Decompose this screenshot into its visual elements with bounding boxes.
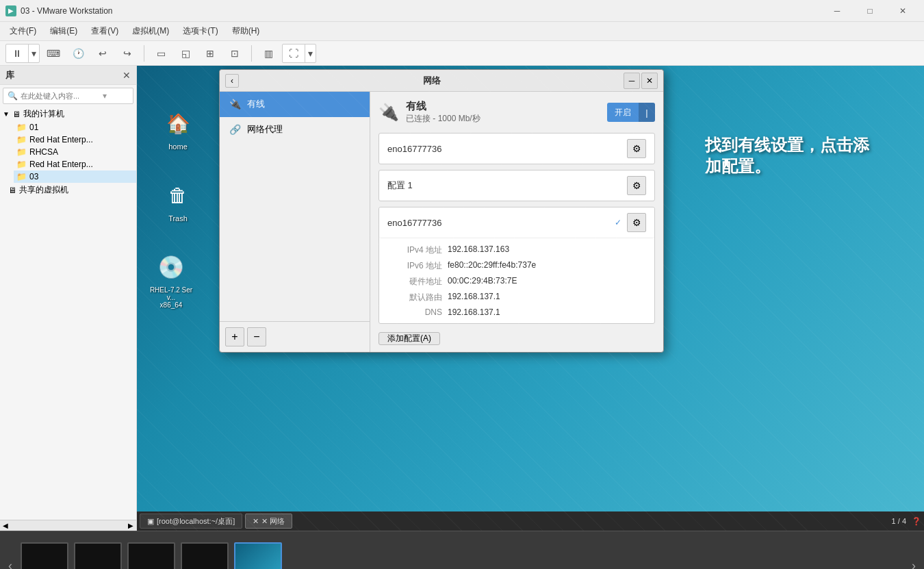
thumb-item-re2[interactable]: Re... [181,542,229,569]
view-btn-3[interactable]: ⊞ [199,44,221,63]
tree-item-rh2-label: Red Hat Enterp... [29,160,93,169]
sidebar-scroll-left[interactable]: ◀ [3,522,8,529]
taskbar-help-icon[interactable]: ❓ [912,517,921,526]
console-btn[interactable]: ▥ [257,44,279,63]
desktop-annotation-text: 找到有线设置，点击添 加配置。 [705,136,869,175]
strip-nav-right[interactable]: › [907,558,921,569]
sidebar-close-button[interactable]: ✕ [123,70,131,81]
net-gateway-label: 默认路由 [387,292,442,303]
folder-icon-rhcsa: 📁 [16,147,27,157]
menu-view[interactable]: 查看(V) [84,23,125,40]
menu-edit[interactable]: 编辑(E) [43,23,84,40]
network-left-footer: + − [220,321,370,352]
sidebar-tree: ▼ 🖥 我的计算机 📁 01 📁 Red Hat Enterp... 📁 RHC… [0,107,136,520]
minimize-button[interactable]: ─ [821,0,853,22]
net-device-name: eno16777736 [387,144,627,154]
network-dialog-title-text: 网络 [242,75,622,87]
net-wired-item[interactable]: 🔌 有线 [220,92,370,117]
view-btn-4[interactable]: ⊡ [224,44,246,63]
desktop-icon-home[interactable]: 🏠 home [154,107,202,151]
proxy-icon: 🔗 [228,123,242,136]
net-add-button[interactable]: + [225,327,244,346]
menu-vm[interactable]: 虚拟机(M) [125,23,176,40]
thumb-item-rh[interactable]: RH... [127,542,175,569]
maximize-button[interactable]: □ [854,0,886,22]
tree-my-computer[interactable]: ▼ 🖥 我的计算机 [0,107,136,121]
net-details-table: IPv4 地址 192.168.137.163 IPv6 地址 fe80::20… [379,238,654,323]
tree-my-computer-label: 我的计算机 [23,108,64,120]
net-ipv6-label: IPv6 地址 [387,260,442,272]
send-keys-button[interactable]: ⌨ [42,44,64,63]
trash-icon: 🗑 [162,179,194,212]
thumb-item-01[interactable]: 01 [21,542,68,569]
window-controls: ─ □ ✕ [821,0,919,22]
net-add-config-button[interactable]: 添加配置(A) [378,332,440,345]
thumb-img-re1 [74,542,122,569]
tree-item-03[interactable]: 📁 03 [14,170,136,183]
fullscreen-dropdown[interactable]: ▾ [305,44,316,63]
network-left-panel: 🔌 有线 🔗 网络代理 + − [220,92,370,352]
taskbar-terminal-btn[interactable]: ▣ [root@localhost:~/桌面] [140,514,242,529]
snapshot-button[interactable]: 🕐 [67,44,89,63]
sidebar-scrollbar[interactable]: ◀ ▶ [0,520,136,531]
net-hw-label: 硬件地址 [387,276,442,288]
net-dns-row: DNS 192.168.137.1 [387,305,646,319]
tree-item-rhcsa[interactable]: 📁 RHCSA [14,146,136,158]
pause-dropdown[interactable]: ▾ [28,44,39,63]
tree-item-01-label: 01 [29,123,38,132]
taskbar-network-btn[interactable]: ✕ ✕ 网络 [245,514,292,529]
tree-item-redhat2[interactable]: 📁 Red Hat Enterp... [14,158,136,170]
search-dropdown-icon[interactable]: ▾ [103,91,107,101]
trash-icon-label: Trash [154,214,202,223]
net-device-gear-button[interactable]: ⚙ [627,139,646,158]
net-toggle-label: 开启 [607,107,639,118]
computer-icon: 🖥 [12,110,21,119]
dialog-back-button[interactable]: ‹ [225,74,239,88]
view-btn-2[interactable]: ◱ [175,44,196,63]
net-config-gear-button[interactable]: ⚙ [627,176,646,195]
desktop-icon-dvd[interactable]: 💿 RHEL-7.2 Serv...x86_64 [147,251,195,309]
strip-nav-left[interactable]: ‹ [3,558,17,569]
network-taskbar-icon: ✕ [253,517,259,526]
fullscreen-group[interactable]: ⛶ ▾ [282,44,316,63]
title-bar: ▶ 03 - VMware Workstation ─ □ ✕ [0,0,924,22]
terminal-icon: ▣ [147,517,154,526]
net-toggle-button[interactable]: 开启 | [607,103,655,122]
net-cable-icon: 🔌 [378,103,399,122]
toolbar-separator-1 [144,45,144,62]
net-status-title: 有线 [406,100,600,113]
thumb-item-03[interactable]: 03 [234,542,282,569]
pause-button[interactable]: ⏸ [6,44,28,63]
desktop-background[interactable]: 🏠 home 🗑 Trash 💿 RHEL-7.2 Serv...x86_64 … [137,66,924,531]
net-active-config: eno16777736 ✓ ⚙ IPv4 地址 192.168.137.163 [378,207,655,324]
pause-button-group[interactable]: ⏸ ▾ [5,44,40,63]
net-remove-button[interactable]: − [247,327,266,346]
sidebar-scroll-right[interactable]: ▶ [128,522,133,529]
vm-taskbar: ▣ [root@localhost:~/桌面] ✕ ✕ 网络 1 / 4 ❓ [137,511,924,531]
tree-item-shared[interactable]: 🖥 共享的虚拟机 [5,183,136,197]
net-proxy-item[interactable]: 🔗 网络代理 [220,117,370,142]
dialog-close-button[interactable]: ✕ [641,73,658,89]
tree-item-01[interactable]: 📁 01 [14,121,136,134]
dialog-minimize-button[interactable]: ─ [624,73,640,89]
net-add-config-label: 添加配置(A) [387,333,431,344]
net-hw-row: 硬件地址 00:0C:29:4B:73:7E [387,274,646,290]
revert-button[interactable]: ↩ [92,44,114,63]
folder-icon-01: 📁 [16,123,27,132]
close-button[interactable]: ✕ [887,0,919,22]
menu-file[interactable]: 文件(F) [3,23,43,40]
search-input[interactable] [21,92,103,100]
forward-button[interactable]: ↪ [116,44,138,63]
shared-icon: 🖥 [8,186,16,195]
desktop-icon-trash[interactable]: 🗑 Trash [154,179,202,223]
view-btn-1[interactable]: ▭ [150,44,172,63]
tree-item-redhat1[interactable]: 📁 Red Hat Enterp... [14,134,136,146]
menu-tab[interactable]: 选项卡(T) [176,23,224,40]
menu-help[interactable]: 帮助(H) [225,23,267,40]
desktop-annotation: 找到有线设置，点击添 加配置。 [705,134,869,177]
fullscreen-button[interactable]: ⛶ [283,44,305,63]
thumb-item-re1[interactable]: Re... [74,542,122,569]
net-active-gear-button[interactable]: ⚙ [627,213,646,232]
toolbar: ⏸ ▾ ⌨ 🕐 ↩ ↪ ▭ ◱ ⊞ ⊡ ▥ ⛶ ▾ [0,41,924,66]
net-dns-label: DNS [387,307,442,317]
